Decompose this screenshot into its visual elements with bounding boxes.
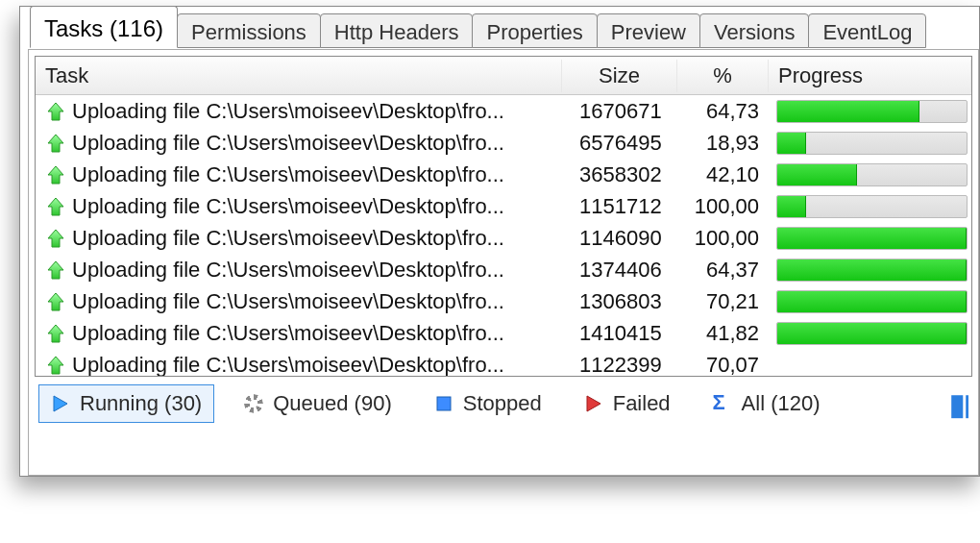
task-text: Uploading file C:\Users\moiseev\Desktop\… [72, 226, 504, 251]
cell-size: 1151712 [562, 192, 677, 221]
cell-task: Uploading file C:\Users\moiseev\Desktop\… [36, 224, 562, 253]
cell-size: 1306803 [562, 287, 677, 316]
cell-percent: 100,00 [677, 192, 769, 221]
column-percent[interactable]: % [677, 60, 769, 92]
cell-task: Uploading file C:\Users\moiseev\Desktop\… [36, 319, 562, 348]
upload-arrow-icon [45, 291, 66, 312]
task-text: Uploading file C:\Users\moiseev\Desktop\… [72, 353, 504, 377]
tab-preview[interactable]: Preview [597, 13, 700, 48]
svg-marker-0 [48, 103, 63, 120]
cell-progress [769, 223, 971, 254]
tab-http-headers[interactable]: Http Headers [320, 13, 474, 48]
cell-task: Uploading file C:\Users\moiseev\Desktop\… [36, 287, 562, 316]
cell-progress [769, 96, 971, 127]
svg-marker-9 [54, 396, 67, 411]
progress-bar [776, 227, 968, 250]
cell-progress [769, 361, 971, 369]
cell-progress [769, 191, 971, 222]
tab-eventlog[interactable]: EventLog [808, 13, 926, 48]
tab-tasks[interactable]: Tasks (116) [30, 6, 178, 48]
svg-marker-3 [48, 198, 63, 215]
filter-queued-label: Queued (90) [273, 391, 392, 416]
svg-rect-10 [437, 397, 451, 410]
play-icon [51, 394, 70, 413]
filter-failed-label: Failed [613, 391, 671, 416]
progress-bar [776, 322, 968, 345]
tab-permissions[interactable]: Permissions [177, 13, 321, 48]
cell-size: 1374406 [562, 256, 677, 284]
upload-arrow-icon [45, 323, 66, 344]
cell-task: Uploading file C:\Users\moiseev\Desktop\… [36, 351, 562, 377]
progress-bar [776, 132, 968, 155]
cell-percent: 41,82 [677, 319, 769, 348]
upload-arrow-icon [45, 133, 66, 154]
task-text: Uploading file C:\Users\moiseev\Desktop\… [72, 289, 504, 314]
tab-versions[interactable]: Versions [699, 13, 809, 48]
upload-arrow-icon [45, 196, 66, 217]
cell-task: Uploading file C:\Users\moiseev\Desktop\… [36, 160, 562, 189]
table-row[interactable]: Uploading file C:\Users\moiseev\Desktop\… [36, 317, 971, 349]
table-row[interactable]: Uploading file C:\Users\moiseev\Desktop\… [36, 190, 971, 222]
stop-icon [434, 394, 453, 413]
svg-marker-11 [587, 396, 600, 411]
tasks-panel: Task Size % Progress Uploading file C:\U… [28, 49, 979, 476]
cell-size: 6576495 [562, 129, 677, 158]
cell-percent: 42,10 [677, 160, 769, 189]
upload-arrow-icon [45, 101, 66, 122]
table-row[interactable]: Uploading file C:\Users\moiseev\Desktop\… [36, 222, 971, 254]
progress-bar [776, 290, 968, 313]
cell-task: Uploading file C:\Users\moiseev\Desktop\… [36, 129, 562, 158]
filter-stopped-label: Stopped [463, 391, 542, 416]
task-text: Uploading file C:\Users\moiseev\Desktop\… [72, 162, 504, 187]
filter-all[interactable]: Σ All (120) [700, 384, 833, 423]
filter-running-label: Running (30) [80, 391, 202, 416]
cell-size: 1122399 [562, 351, 677, 377]
filter-queued[interactable]: Queued (90) [232, 384, 404, 423]
tasks-table: Task Size % Progress Uploading file C:\U… [35, 56, 972, 377]
svg-marker-1 [48, 135, 63, 152]
upload-arrow-icon [45, 259, 66, 281]
cell-percent: 70,07 [677, 351, 769, 377]
task-text: Uploading file C:\Users\moiseev\Desktop\… [72, 194, 504, 219]
cell-size: 1670671 [562, 97, 677, 126]
tab-properties[interactable]: Properties [472, 13, 597, 48]
cell-percent: 18,93 [677, 129, 769, 158]
task-manager-window: Tasks (116) Permissions Http Headers Pro… [19, 6, 980, 477]
cell-task: Uploading file C:\Users\moiseev\Desktop\… [36, 97, 562, 126]
cell-size: 1410415 [562, 319, 677, 348]
column-progress[interactable]: Progress [769, 60, 971, 92]
upload-arrow-icon [45, 164, 66, 185]
cell-task: Uploading file C:\Users\moiseev\Desktop\… [36, 256, 562, 284]
progress-bar [776, 100, 968, 123]
failed-icon [584, 394, 603, 413]
column-task[interactable]: Task [36, 60, 562, 92]
cell-percent: 64,37 [677, 256, 769, 284]
filter-stopped[interactable]: Stopped [422, 384, 554, 423]
filter-running[interactable]: Running (30) [38, 384, 214, 423]
table-row[interactable]: Uploading file C:\Users\moiseev\Desktop\… [36, 254, 971, 285]
pause-button[interactable]: ▮▮ [949, 387, 968, 421]
cell-size: 1146090 [562, 224, 677, 253]
table-row[interactable]: Uploading file C:\Users\moiseev\Desktop\… [36, 95, 971, 127]
table-row[interactable]: Uploading file C:\Users\moiseev\Desktop\… [36, 349, 971, 376]
table-row[interactable]: Uploading file C:\Users\moiseev\Desktop\… [36, 285, 971, 317]
progress-bar [776, 163, 968, 186]
cell-percent: 64,73 [677, 97, 769, 126]
cell-percent: 100,00 [677, 224, 769, 253]
table-row[interactable]: Uploading file C:\Users\moiseev\Desktop\… [36, 159, 971, 190]
cell-size: 3658302 [562, 160, 677, 189]
cell-percent: 70,21 [677, 287, 769, 316]
column-size[interactable]: Size [562, 60, 677, 92]
svg-marker-6 [48, 293, 63, 310]
upload-arrow-icon [45, 228, 66, 249]
cell-progress [769, 160, 971, 190]
filter-failed[interactable]: Failed [572, 384, 683, 423]
upload-arrow-icon [45, 355, 66, 376]
svg-marker-7 [48, 325, 63, 342]
table-header: Task Size % Progress [36, 57, 971, 95]
task-text: Uploading file C:\Users\moiseev\Desktop\… [72, 99, 504, 124]
task-text: Uploading file C:\Users\moiseev\Desktop\… [72, 131, 504, 156]
status-filters: Running (30) Queued (90) Stopped Failed … [35, 377, 972, 427]
cell-task: Uploading file C:\Users\moiseev\Desktop\… [36, 192, 562, 221]
table-row[interactable]: Uploading file C:\Users\moiseev\Desktop\… [36, 127, 971, 159]
